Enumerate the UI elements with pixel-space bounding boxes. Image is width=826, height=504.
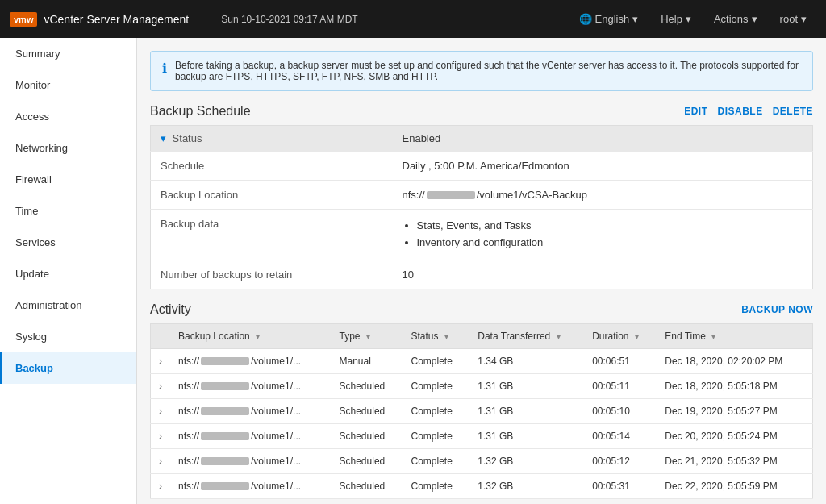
brand: vmw vCenter Server Management — [10, 12, 189, 27]
cell-data-transferred: 1.32 GB — [469, 448, 584, 473]
backup-data-item-1: Stats, Events, and Tasks — [417, 218, 803, 235]
cell-duration: 00:05:10 — [584, 398, 657, 423]
schedule-data-value: Stats, Events, and Tasks Inventory and c… — [393, 210, 813, 260]
schedule-location-row: Backup Location nfs:// /volume1/vCSA-Bac… — [151, 181, 813, 210]
table-row: › nfs:// /volume1/... Scheduled Complete… — [151, 398, 813, 423]
sidebar-item-firewall[interactable]: Firewall — [0, 164, 136, 195]
sidebar-item-monitor[interactable]: Monitor — [0, 69, 136, 101]
sidebar-item-syslog[interactable]: Syslog — [0, 321, 136, 352]
expand-button[interactable]: › — [151, 373, 171, 398]
cell-duration: 00:05:31 — [584, 473, 657, 498]
actions-menu[interactable]: Actions ▾ — [704, 0, 767, 38]
masked-host — [201, 432, 249, 440]
col-type[interactable]: Type ▾ — [332, 323, 403, 348]
sidebar: Summary Monitor Access Networking Firewa… — [0, 38, 137, 504]
expand-button[interactable]: › — [151, 473, 171, 498]
cell-data-transferred: 1.31 GB — [469, 423, 584, 448]
cell-data-transferred: 1.31 GB — [469, 373, 584, 398]
cell-type: Scheduled — [332, 373, 403, 398]
schedule-data-label: Backup data — [151, 210, 393, 260]
cell-duration: 00:05:12 — [584, 448, 657, 473]
user-menu[interactable]: root ▾ — [770, 0, 816, 38]
chevron-down-icon: ▾ — [161, 132, 166, 144]
schedule-location-label: Backup Location — [151, 181, 393, 210]
chevron-down-icon: ▾ — [801, 13, 807, 25]
col-data-transferred[interactable]: Data Transferred ▾ — [469, 323, 584, 348]
cell-type: Scheduled — [332, 398, 403, 423]
activity-title: Activity — [150, 302, 191, 317]
sidebar-item-update[interactable]: Update — [0, 258, 136, 289]
layout: Summary Monitor Access Networking Firewa… — [0, 38, 826, 504]
expand-button[interactable]: › — [151, 348, 171, 373]
col-status[interactable]: Status ▾ — [403, 323, 469, 348]
edit-button[interactable]: EDIT — [684, 106, 707, 117]
cell-data-transferred: 1.31 GB — [469, 398, 584, 423]
english-menu[interactable]: 🌐 English ▾ — [569, 0, 649, 38]
masked-host — [201, 407, 249, 415]
schedule-retain-row: Number of backups to retain 10 — [151, 260, 813, 289]
backup-data-item-2: Inventory and configuration — [417, 235, 803, 252]
sort-icon: ▾ — [635, 332, 639, 341]
sidebar-item-summary[interactable]: Summary — [0, 38, 136, 69]
info-banner: ℹ Before taking a backup, a backup serve… — [150, 51, 813, 91]
cell-status: Complete — [403, 373, 469, 398]
activity-table-header-row: Backup Location ▾ Type ▾ Status ▾ Data T… — [151, 323, 813, 348]
schedule-status-value: Enabled — [393, 126, 813, 152]
sidebar-item-time[interactable]: Time — [0, 195, 136, 227]
col-expand — [151, 323, 171, 348]
cell-location: nfs:// /volume1/... — [170, 348, 332, 373]
sort-icon: ▾ — [444, 332, 448, 341]
expand-button[interactable]: › — [151, 423, 171, 448]
col-end-time[interactable]: End Time ▾ — [657, 323, 812, 348]
backup-now-button[interactable]: BACKUP NOW — [741, 304, 813, 315]
backup-schedule-header: Backup Schedule EDIT DISABLE DELETE — [150, 104, 813, 119]
activity-header: Activity BACKUP NOW — [150, 302, 813, 317]
schedule-status-row: ▾ Status Enabled — [151, 126, 813, 152]
schedule-data-row: Backup data Stats, Events, and Tasks Inv… — [151, 210, 813, 260]
chevron-down-icon: ▾ — [752, 13, 757, 25]
app-title: vCenter Server Management — [44, 13, 189, 26]
col-backup-location[interactable]: Backup Location ▾ — [170, 323, 332, 348]
delete-button[interactable]: DELETE — [773, 106, 813, 117]
sidebar-item-access[interactable]: Access — [0, 101, 136, 132]
cell-location: nfs:// /volume1/... — [170, 398, 332, 423]
expand-button[interactable]: › — [151, 448, 171, 473]
vmw-logo: vmw — [10, 12, 37, 27]
disable-button[interactable]: DISABLE — [717, 106, 762, 117]
cell-end-time: Dec 18, 2020, 5:05:18 PM — [657, 373, 812, 398]
sidebar-item-administration[interactable]: Administration — [0, 289, 136, 321]
expand-button[interactable]: › — [151, 398, 171, 423]
sidebar-item-backup[interactable]: Backup — [0, 352, 136, 384]
schedule-location-value: nfs:// /volume1/vCSA-Backup — [393, 181, 813, 210]
cell-end-time: Dec 20, 2020, 5:05:24 PM — [657, 423, 812, 448]
cell-status: Complete — [403, 348, 469, 373]
cell-duration: 00:05:11 — [584, 373, 657, 398]
cell-type: Scheduled — [332, 423, 403, 448]
schedule-retain-value: 10 — [393, 260, 813, 289]
cell-location: nfs:// /volume1/... — [170, 423, 332, 448]
schedule-schedule-row: Schedule Daily , 5:00 P.M. America/Edmon… — [151, 152, 813, 181]
masked-host — [201, 382, 249, 390]
masked-host — [201, 457, 249, 465]
table-row: › nfs:// /volume1/... Scheduled Complete… — [151, 423, 813, 448]
cell-type: Scheduled — [332, 448, 403, 473]
masked-host — [427, 191, 475, 199]
schedule-schedule-label: Schedule — [151, 152, 393, 181]
schedule-retain-label: Number of backups to retain — [151, 260, 393, 289]
sort-icon: ▾ — [557, 332, 561, 341]
info-icon: ℹ — [162, 60, 167, 76]
help-menu[interactable]: Help ▾ — [651, 0, 701, 38]
cell-end-time: Dec 22, 2020, 5:05:59 PM — [657, 473, 812, 498]
cell-duration: 00:05:14 — [584, 423, 657, 448]
globe-icon: 🌐 — [579, 13, 592, 25]
cell-type: Manual — [332, 348, 403, 373]
sidebar-item-networking[interactable]: Networking — [0, 132, 136, 164]
sort-icon: ▾ — [256, 332, 260, 341]
col-duration[interactable]: Duration ▾ — [584, 323, 657, 348]
sidebar-item-services[interactable]: Services — [0, 227, 136, 258]
masked-host — [201, 482, 249, 490]
cell-status: Complete — [403, 448, 469, 473]
location-value: nfs:// /volume1/vCSA-Backup — [403, 189, 587, 201]
cell-type: Scheduled — [332, 473, 403, 498]
topnav: vmw vCenter Server Management Sun 10-10-… — [0, 0, 826, 38]
